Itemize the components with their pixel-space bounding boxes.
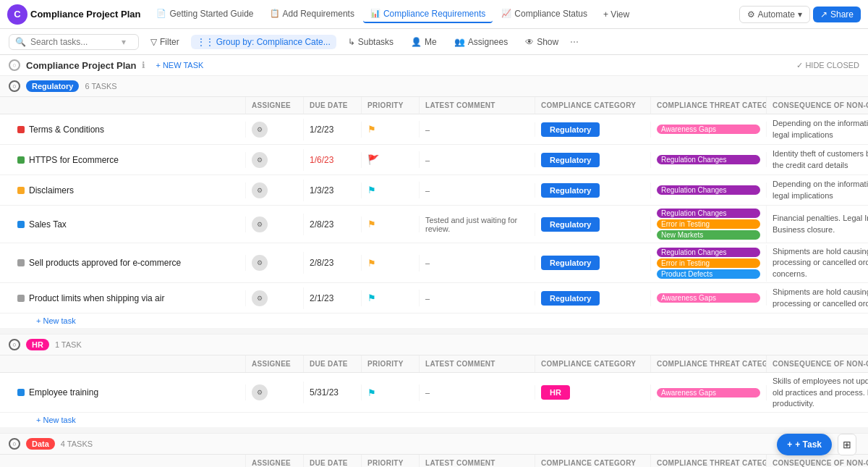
- task-name-cell: Sales Tax: [0, 216, 246, 232]
- comment-cell: –: [420, 385, 535, 400]
- priority-cell: 🚩: [362, 151, 420, 168]
- tab-compliance-requirements[interactable]: 📊Compliance Requirements: [363, 6, 493, 23]
- collapse-data[interactable]: ○: [9, 438, 20, 450]
- table-row[interactable]: Terms & Conditions ⚙1/2/23⚑–RegulatoryAw…: [0, 114, 868, 145]
- me-button[interactable]: 👤 Me: [405, 35, 443, 49]
- tab-add-requirements[interactable]: 📋Add Requirements: [263, 6, 362, 23]
- new-task-button[interactable]: + NEW TASK: [151, 59, 208, 71]
- collapse-hr[interactable]: ○: [9, 339, 20, 350]
- compliance-tag: HR: [541, 385, 570, 400]
- task-dot: [17, 259, 25, 266]
- comment-cell: –: [420, 256, 535, 270]
- assignees-button[interactable]: 👥 Assignees: [448, 35, 514, 49]
- due-date-cell: 5/31/23: [304, 384, 362, 400]
- col-header-5: COMPLIANCE CATEGORY: [535, 97, 651, 114]
- top-bar: C Compliance Project Plan 📄Getting Start…: [0, 0, 868, 29]
- task-dot: [17, 156, 25, 164]
- col-header-7: CONSEQUENCE OF NON-COMPLIANCE: [767, 355, 868, 372]
- threat-tag: Regulation Changes: [657, 155, 760, 164]
- tab-getting-started[interactable]: 📄Getting Started Guide: [149, 6, 260, 23]
- col-header-0: [0, 355, 246, 372]
- project-section-header: ○ Compliance Project Plan ℹ + NEW TASK ✓…: [0, 55, 868, 75]
- priority-cell: ⚑: [362, 182, 420, 198]
- task-dot: [17, 221, 25, 228]
- table-row[interactable]: Employee training ⚙5/31/23⚑–HRAwareness …: [0, 373, 868, 413]
- subtasks-button[interactable]: ↳ Subtasks: [342, 35, 399, 49]
- info-icon[interactable]: ℹ: [142, 60, 145, 70]
- more-options-icon[interactable]: ⋯: [570, 37, 579, 47]
- threat-tag: Awareness Gaps: [657, 125, 760, 134]
- task-fab-button[interactable]: + + Task: [777, 434, 832, 455]
- assignee-cell: ⚙: [246, 149, 304, 171]
- due-date: 2/1/23: [310, 293, 333, 303]
- dropdown-icon: ▾: [122, 37, 126, 47]
- consequence-cell: Depending on the information, can cause …: [767, 176, 868, 204]
- due-date: 1/3/23: [310, 185, 333, 195]
- consequence-cell: Depending on the information, can cause …: [767, 115, 868, 143]
- table-header: ASSIGNEEDUE DATEPRIORITYLATEST COMMENTCO…: [0, 96, 868, 114]
- collapse-button[interactable]: ○: [9, 59, 20, 71]
- col-header-2: DUE DATE: [304, 355, 362, 372]
- threat-tag: Regulation Changes: [657, 185, 760, 195]
- hide-closed-button[interactable]: ✓ HIDE CLOSED: [796, 61, 859, 70]
- toolbar: 🔍 ▾ ▽ Filter ⋮⋮ Group by: Compliance Cat…: [0, 29, 868, 55]
- compliance-category-cell: Regulatory: [535, 216, 651, 232]
- section-header-data: ○ Data 4 TASKS: [0, 433, 868, 454]
- col-header-0: [0, 455, 246, 467]
- threat-category-cell: Awareness Gaps: [651, 290, 767, 306]
- search-box[interactable]: 🔍 ▾: [9, 34, 139, 50]
- due-date: 2/8/23: [310, 219, 333, 230]
- tab-label: Compliance Status: [514, 9, 587, 19]
- col-header-0: [0, 97, 246, 114]
- task-name: Product limits when shipping via air: [29, 293, 164, 303]
- task-name: HTTPS for Ecommerce: [29, 155, 119, 165]
- section-tag-regulatory: Regulatory: [26, 80, 79, 92]
- grid-view-button[interactable]: ⊞: [838, 434, 856, 455]
- task-name-cell: Employee training: [0, 384, 246, 400]
- col-header-5: COMPLIANCE CATEGORY: [535, 455, 651, 467]
- priority-cell: ⚑: [362, 216, 420, 232]
- show-button[interactable]: 👁 Show: [519, 35, 564, 49]
- table-row[interactable]: Sales Tax ⚙2/8/23⚑Tested and just waitin…: [0, 206, 868, 243]
- threat-category-cell: Awareness Gaps: [651, 122, 767, 137]
- table-row[interactable]: HTTPS for Ecommerce ⚙1/6/23🚩–RegulatoryR…: [0, 145, 868, 175]
- col-header-7: CONSEQUENCE OF NON-COMPLIANCE: [767, 455, 868, 467]
- due-date: 1/2/23: [310, 125, 333, 135]
- avatar: ⚙: [252, 290, 268, 306]
- table-row[interactable]: Product limits when shipping via air ⚙2/…: [0, 283, 868, 314]
- task-name: Sales Tax: [29, 219, 67, 230]
- priority-cell: ⚑: [362, 255, 420, 272]
- sections-container: ○ Regulatory 6 TASKS ASSIGNEEDUE DATEPRI…: [0, 75, 868, 467]
- group-by-button[interactable]: ⋮⋮ Group by: Compliance Cate...: [191, 35, 336, 49]
- task-name-cell: Product limits when shipping via air: [0, 290, 246, 306]
- threat-category-cell: Regulation ChangesError in TestingNew Ma…: [651, 206, 767, 243]
- tab-icon: 📊: [370, 9, 380, 18]
- task-name: Sell products approved for e-commerce: [29, 258, 181, 268]
- automate-button[interactable]: ⚙ Automate ▾: [739, 6, 810, 23]
- col-header-2: DUE DATE: [304, 97, 362, 114]
- consequence-cell: Skills of employees not updated, stuck o…: [767, 373, 868, 412]
- threat-tag: Error in Testing: [657, 258, 760, 268]
- share-button[interactable]: ↗ Share: [813, 7, 861, 22]
- view-button[interactable]: + View: [597, 7, 635, 22]
- tab-compliance-status[interactable]: 📈Compliance Status: [494, 6, 595, 23]
- task-dot: [17, 187, 25, 194]
- assignee-cell: ⚙: [246, 180, 304, 201]
- subtasks-icon: ↳: [348, 37, 355, 47]
- table-row[interactable]: Sell products approved for e-commerce ⚙2…: [0, 243, 868, 283]
- search-input[interactable]: [30, 37, 117, 47]
- table-row[interactable]: Disclaimers ⚙1/3/23⚑–RegulatoryRegulatio…: [0, 175, 868, 206]
- comment-cell: –: [420, 183, 535, 198]
- filter-button[interactable]: ▽ Filter: [145, 35, 185, 49]
- comment-cell: –: [420, 153, 535, 167]
- compliance-tag: Regulatory: [541, 256, 600, 270]
- consequence-cell: Financial penalties. Legal Implications.…: [767, 210, 868, 238]
- new-task-row[interactable]: + New task: [0, 413, 868, 427]
- collapse-regulatory[interactable]: ○: [9, 80, 20, 92]
- new-task-row[interactable]: + New task: [0, 314, 868, 328]
- threat-tag: Awareness Gaps: [657, 293, 760, 303]
- threat-tag: Regulation Changes: [657, 248, 760, 257]
- me-icon: 👤: [411, 37, 422, 47]
- task-name-cell: Terms & Conditions: [0, 122, 246, 138]
- filter-icon: ▽: [150, 37, 157, 47]
